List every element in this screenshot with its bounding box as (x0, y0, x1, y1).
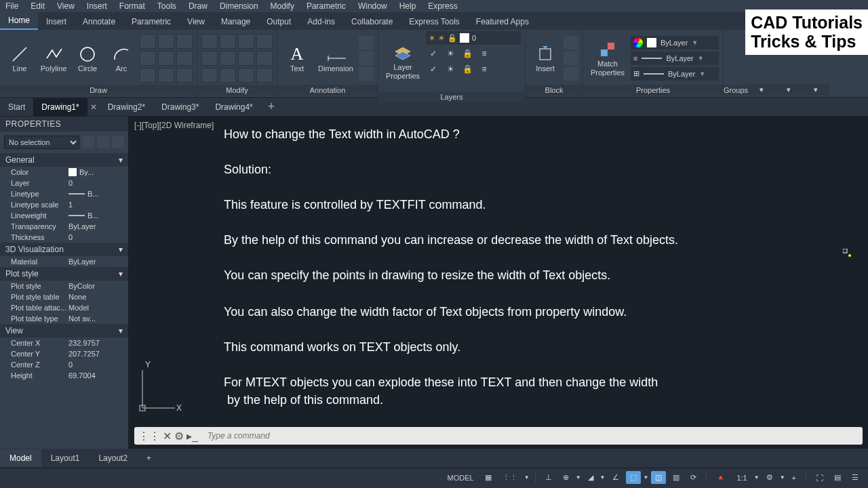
canvas-text[interactable]: by the help of this command. (224, 393, 383, 407)
canvas-text[interactable]: This feature is controlled by TEXTFIT co… (224, 198, 486, 212)
prop-row[interactable]: Center Z0 (0, 359, 128, 370)
prop-cat-general[interactable]: General▾ (0, 153, 128, 167)
status-iso-icon[interactable]: ◢ (584, 471, 597, 484)
doc-tab-3[interactable]: Drawing3* (153, 98, 207, 116)
dimension-button[interactable]: Dimension (315, 35, 356, 81)
panel-layers-label[interactable]: Layers (378, 92, 525, 102)
prop-row[interactable]: Plot table typeNot av... (0, 313, 128, 324)
drawing-canvas[interactable]: [-][Top][2D Wireframe] How to change the… (129, 117, 868, 449)
menu-view[interactable]: View (57, 1, 75, 11)
ribbon-tab-annotate[interactable]: Annotate (75, 14, 123, 30)
status-ortho-icon[interactable]: ⊥ (541, 471, 556, 484)
canvas-text[interactable]: You can specify the points in drawing to… (224, 268, 610, 283)
prop-row[interactable]: Lineweight B... (0, 210, 128, 221)
prop-row[interactable]: Color By... (0, 167, 128, 178)
panel-annotation-label[interactable]: Annotation (277, 85, 378, 96)
cmd-close-icon[interactable]: ✕ (163, 430, 172, 443)
arc-button[interactable]: Arc (106, 35, 137, 81)
menu-format[interactable]: Format (119, 1, 145, 11)
panel-properties-label[interactable]: Properties (583, 85, 723, 96)
doc-tab-0[interactable]: Start (0, 98, 33, 116)
layer-properties-button[interactable]: Layer Properties (382, 39, 423, 85)
prop-row[interactable]: MaterialByLayer (0, 256, 128, 267)
menu-help[interactable]: Help (399, 1, 416, 11)
panel-extra-3[interactable]: ▾ (802, 84, 829, 96)
draw-small-tools[interactable] (140, 34, 193, 83)
menu-edit[interactable]: Edit (31, 1, 45, 11)
menu-modify[interactable]: Modify (271, 1, 294, 11)
canvas-text[interactable]: By the help of this command you can incr… (224, 233, 678, 247)
status-osnap-icon[interactable]: ∠ (608, 471, 623, 484)
ribbon-tab-output[interactable]: Output (258, 14, 299, 30)
circle-button[interactable]: Circle (72, 35, 103, 81)
pickadd-icon[interactable] (112, 136, 124, 148)
layer-tools[interactable]: ✓☀🔒≡✓☀🔒≡ (426, 47, 521, 92)
layer-current-dropdown[interactable]: ☀☀🔓0 (426, 31, 521, 45)
ribbon-tab-insert[interactable]: Insert (38, 14, 75, 30)
menu-insert[interactable]: Insert (87, 1, 107, 11)
menu-dimension[interactable]: Dimension (220, 1, 258, 11)
menu-window[interactable]: Window (358, 1, 387, 11)
layout-tab-model[interactable]: Model (0, 449, 41, 467)
prop-row[interactable]: Center X232.9757 (0, 338, 128, 348)
insert-button[interactable]: Insert (530, 35, 561, 81)
ribbon-tab-collaborate[interactable]: Collaborate (343, 14, 401, 30)
status-max-icon[interactable]: ⛶ (812, 472, 827, 484)
status-cycle-icon[interactable]: ⟳ (686, 471, 701, 484)
canvas-text[interactable]: Solution: (224, 163, 271, 177)
prop-row[interactable]: Thickness0 (0, 232, 128, 243)
select-objects-icon[interactable] (97, 136, 109, 148)
panel-draw-label[interactable]: Draw (0, 85, 197, 96)
panel-groups-label[interactable]: Groups (724, 85, 748, 96)
status-model[interactable]: MODEL (443, 472, 478, 484)
polyline-button[interactable]: Polyline (38, 35, 69, 81)
ribbon-tab-express-tools[interactable]: Express Tools (401, 14, 467, 30)
status-clean-icon[interactable]: ▤ (830, 471, 845, 484)
prop-row[interactable]: Plot style tableNone (0, 291, 128, 302)
doc-tab-4[interactable]: Drawing4* (207, 98, 260, 116)
cmd-customize-icon[interactable]: ⚙ (174, 430, 184, 443)
prop-row[interactable]: TransparencyByLayer (0, 221, 128, 232)
doc-tab-1[interactable]: Drawing1* (33, 98, 87, 116)
menu-parametric[interactable]: Parametric (307, 1, 346, 11)
viewport-label[interactable]: [-][Top][2D Wireframe] (134, 121, 214, 130)
status-otrack-icon[interactable]: ⬚ (626, 471, 641, 484)
layout-tab-layout2[interactable]: Layout2 (89, 449, 137, 467)
prop-cat-view[interactable]: View▾ (0, 324, 128, 338)
status-scale[interactable]: 1:1 (732, 472, 751, 484)
new-tab-button[interactable]: + (261, 97, 282, 117)
match-properties-button[interactable]: Match Properties (587, 35, 628, 81)
menu-draw[interactable]: Draw (189, 1, 208, 11)
canvas-text[interactable]: You can also change the width factor of … (224, 305, 627, 319)
menu-express[interactable]: Express (428, 1, 457, 11)
panel-extra-1[interactable]: ▾ (748, 84, 775, 96)
ribbon-tab-home[interactable]: Home (0, 12, 38, 30)
command-input[interactable] (202, 431, 863, 441)
layout-tab-layout1[interactable]: Layout1 (41, 449, 90, 467)
prop-cat-viz[interactable]: 3D Visualization▾ (0, 243, 128, 256)
status-transparency-icon[interactable]: ▥ (669, 471, 684, 484)
status-snap-icon[interactable]: ⋮⋮ (498, 471, 521, 484)
canvas-text[interactable]: How to change the Text width in AutoCAD … (224, 127, 460, 142)
menu-file[interactable]: File (5, 1, 18, 11)
new-layout-button[interactable]: + (137, 449, 161, 467)
canvas-text[interactable]: This command works on TEXT objects only. (224, 340, 460, 354)
status-lwt-icon[interactable]: ◫ (651, 471, 666, 484)
status-annoscale-icon[interactable]: 🔺 (712, 471, 730, 484)
modify-tools[interactable] (201, 34, 273, 83)
prop-row[interactable]: Plot table attac...Model (0, 302, 128, 313)
ribbon-tab-parametric[interactable]: Parametric (123, 14, 179, 30)
cmd-handle-icon[interactable]: ⋮⋮ (138, 430, 160, 443)
color-dropdown[interactable]: ByLayer▼ (631, 36, 719, 49)
linetype-dropdown[interactable]: ⊞ByLayer▼ (631, 67, 719, 81)
doc-tab-2[interactable]: Drawing2* (100, 98, 153, 116)
ribbon-tab-add-ins[interactable]: Add-ins (299, 14, 343, 30)
menu-tools[interactable]: Tools (157, 1, 176, 11)
command-line[interactable]: ⋮⋮✕⚙▸_ (134, 427, 863, 445)
status-customize-icon[interactable]: ☰ (848, 471, 863, 484)
lineweight-dropdown[interactable]: ≡ByLayer▼ (631, 52, 719, 65)
panel-block-label[interactable]: Block (526, 85, 583, 96)
panel-modify-label[interactable]: Modify (197, 85, 277, 96)
close-tab-icon[interactable]: ✕ (87, 102, 100, 112)
prop-row[interactable]: Plot styleByColor (0, 281, 128, 291)
